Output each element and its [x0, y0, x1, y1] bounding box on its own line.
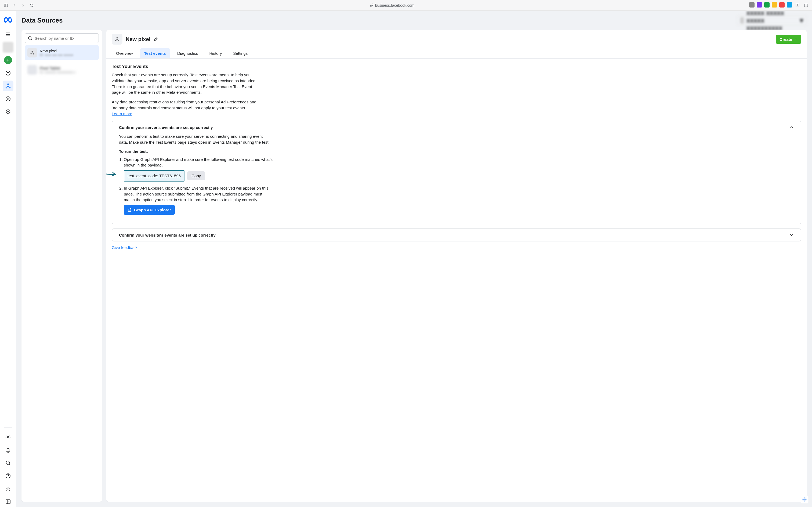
collapse-icon[interactable]	[3, 496, 13, 507]
reload-icon[interactable]	[28, 2, 35, 9]
list-item-name: New pixel	[40, 49, 73, 53]
url-text: business.facebook.com	[375, 3, 414, 7]
list-item-2[interactable]: Pixel Tablet ID: xxxxxxx xxxxxxxxxx x	[25, 62, 99, 77]
tabs-icon[interactable]	[803, 2, 809, 9]
notifications-icon[interactable]	[3, 445, 13, 455]
detail-panel: New pixel Create Overview Test events Di…	[106, 30, 807, 502]
svg-point-10	[8, 72, 9, 73]
browser-toolbar: business.facebook.com	[0, 0, 812, 11]
tabs: Overview Test events Diagnostics History…	[106, 48, 807, 59]
list-item-new-pixel[interactable]: New pixel ID: xxxx xxx xxx xxxxxx	[25, 45, 99, 60]
bug-icon[interactable]	[3, 484, 13, 494]
card1-intro: You can perform a test to make sure your…	[119, 133, 272, 145]
extensions	[749, 2, 809, 9]
ext-6-icon[interactable]	[787, 2, 792, 7]
pixel-title: New pixel	[126, 36, 151, 43]
partner-integrations-icon[interactable]	[3, 106, 13, 117]
settings-icon[interactable]	[3, 432, 13, 443]
dashboard-icon[interactable]	[3, 68, 13, 78]
test-event-code: test_event_code: TEST61596	[124, 170, 184, 181]
tab-test-events[interactable]: Test events	[140, 48, 170, 58]
svg-rect-20	[6, 500, 10, 504]
step-1: Open up Graph API Explorer and make sure…	[124, 157, 273, 168]
card2-heading: Confirm your website's events are set up…	[119, 233, 216, 237]
page-title: Data Sources	[21, 17, 63, 24]
chevron-up-icon	[789, 125, 794, 130]
account-selector[interactable]: xxxxx xxxxx xxxxx xxxxxxxxxx ▾	[737, 15, 807, 25]
card2-header[interactable]: Confirm your website's events are set up…	[112, 229, 801, 241]
ext-5-icon[interactable]	[779, 2, 785, 7]
caret-down-icon	[794, 38, 798, 41]
card1-header[interactable]: Confirm your server's events are set up …	[112, 121, 801, 133]
step-2: In Graph API Explorer, click "Submit." E…	[124, 186, 268, 202]
globe-button[interactable]	[801, 496, 808, 503]
pixel-icon	[27, 65, 37, 75]
give-feedback-link[interactable]: Give feedback	[112, 245, 801, 250]
pixel-icon	[27, 48, 37, 57]
copy-button[interactable]: Copy	[187, 171, 205, 180]
account-tile[interactable]	[3, 42, 13, 53]
run-test-heading: To run the test:	[119, 149, 794, 154]
forward-icon	[20, 2, 26, 9]
svg-rect-19	[7, 488, 9, 490]
url-bar[interactable]: business.facebook.com	[37, 3, 747, 7]
list-item-name: Pixel Tablet	[40, 66, 75, 70]
sidebar-toggle-icon[interactable]	[3, 2, 9, 9]
share-icon[interactable]	[794, 2, 801, 9]
edit-icon[interactable]	[154, 37, 159, 42]
section-p1: Check that your events are set up correc…	[112, 72, 262, 95]
ext-3-icon[interactable]	[764, 2, 769, 7]
nav-rail: +	[0, 11, 16, 507]
svg-point-8	[6, 71, 10, 75]
svg-point-26	[117, 37, 118, 39]
add-button[interactable]: +	[3, 55, 13, 65]
create-button[interactable]: Create	[776, 35, 801, 44]
card1-heading: Confirm your server's events are set up …	[119, 125, 213, 130]
svg-point-22	[28, 37, 32, 40]
globe-icon	[802, 497, 807, 502]
search-box[interactable]	[25, 33, 99, 43]
svg-point-13	[9, 87, 10, 88]
learn-more-link[interactable]: Learn more	[112, 111, 132, 116]
list-item-id: ID: xxxxxxx xxxxxxxxxx x	[40, 70, 75, 74]
svg-rect-0	[4, 4, 7, 7]
svg-point-23	[32, 51, 33, 52]
search-icon[interactable]	[3, 458, 13, 468]
tab-overview[interactable]: Overview	[112, 48, 137, 58]
website-events-card: Confirm your website's events are set up…	[112, 229, 801, 241]
svg-point-9	[7, 72, 7, 73]
back-icon[interactable]	[11, 2, 18, 9]
meta-logo-icon[interactable]	[3, 15, 13, 25]
data-sources-list: New pixel ID: xxxx xxx xxx xxxxxx Pixel …	[21, 30, 102, 502]
ext-2-icon[interactable]	[757, 2, 762, 7]
graph-api-explorer-button[interactable]: Graph API Explorer	[124, 205, 175, 215]
search-icon	[27, 36, 33, 41]
custom-conversions-icon[interactable]	[3, 94, 13, 104]
ext-4-icon[interactable]	[772, 2, 777, 7]
svg-point-18	[8, 477, 8, 477]
svg-point-12	[6, 87, 7, 88]
chevron-down-icon	[789, 233, 794, 237]
external-link-icon	[127, 208, 132, 212]
graph-btn-label: Graph API Explorer	[134, 208, 171, 212]
svg-point-15	[7, 436, 9, 438]
tab-history[interactable]: History	[205, 48, 226, 58]
data-sources-icon[interactable]	[3, 80, 13, 91]
ext-1-icon[interactable]	[749, 2, 755, 7]
svg-point-16	[6, 461, 9, 464]
section-title: Test Your Events	[112, 64, 801, 69]
tab-settings[interactable]: Settings	[229, 48, 252, 58]
create-label: Create	[779, 37, 792, 42]
section-p2: Any data processing restrictions resulti…	[112, 100, 256, 110]
link-icon	[370, 3, 373, 7]
help-icon[interactable]	[3, 470, 13, 481]
server-events-card: Confirm your server's events are set up …	[112, 121, 801, 224]
tab-diagnostics[interactable]: Diagnostics	[173, 48, 202, 58]
list-item-id: ID: xxxx xxx xxx xxxxxx	[40, 53, 73, 57]
menu-icon[interactable]	[3, 29, 13, 40]
svg-point-11	[7, 84, 9, 85]
search-input[interactable]	[35, 36, 96, 41]
pixel-icon	[112, 34, 122, 45]
